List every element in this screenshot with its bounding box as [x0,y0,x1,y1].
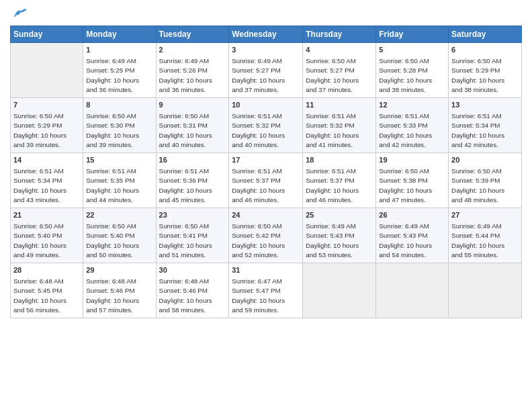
day-cell: 9Sunrise: 6:50 AMSunset: 5:31 PMDaylight… [156,97,229,152]
day-cell: 28Sunrise: 6:48 AMSunset: 5:45 PMDayligh… [11,263,83,318]
day-info: Sunrise: 6:48 AMSunset: 5:45 PMDaylight:… [13,277,66,314]
day-info: Sunrise: 6:51 AMSunset: 5:37 PMDaylight:… [232,167,285,204]
day-info: Sunrise: 6:49 AMSunset: 5:26 PMDaylight:… [159,57,212,94]
day-info: Sunrise: 6:47 AMSunset: 5:47 PMDaylight:… [232,277,285,314]
day-info: Sunrise: 6:50 AMSunset: 5:38 PMDaylight:… [379,167,432,204]
day-cell: 11Sunrise: 6:51 AMSunset: 5:32 PMDayligh… [303,97,376,152]
day-info: Sunrise: 6:51 AMSunset: 5:36 PMDaylight:… [159,167,212,204]
page-container: Sunday Monday Tuesday Wednesday Thursday… [0,0,532,322]
day-cell: 22Sunrise: 6:50 AMSunset: 5:40 PMDayligh… [83,208,156,263]
day-number: 19 [379,155,445,166]
day-info: Sunrise: 6:51 AMSunset: 5:34 PMDaylight:… [451,112,504,149]
day-cell: 27Sunrise: 6:49 AMSunset: 5:44 PMDayligh… [449,208,522,263]
day-number: 27 [451,210,519,221]
day-number: 25 [306,210,373,221]
day-number: 29 [86,265,152,276]
day-number: 23 [159,210,226,221]
day-number: 7 [13,100,80,111]
day-number: 28 [13,265,80,276]
day-cell: 10Sunrise: 6:51 AMSunset: 5:32 PMDayligh… [229,97,303,152]
day-number: 24 [232,210,300,221]
day-cell: 23Sunrise: 6:50 AMSunset: 5:41 PMDayligh… [156,208,229,263]
day-cell: 21Sunrise: 6:50 AMSunset: 5:40 PMDayligh… [11,208,83,263]
day-number: 8 [86,100,152,111]
day-cell: 17Sunrise: 6:51 AMSunset: 5:37 PMDayligh… [229,152,303,208]
day-number: 18 [306,155,373,166]
day-cell [303,263,376,318]
day-cell: 13Sunrise: 6:51 AMSunset: 5:34 PMDayligh… [449,97,522,152]
day-info: Sunrise: 6:49 AMSunset: 5:43 PMDaylight:… [379,222,432,259]
day-cell: 7Sunrise: 6:50 AMSunset: 5:29 PMDaylight… [11,97,83,152]
day-number: 13 [451,100,519,111]
day-info: Sunrise: 6:49 AMSunset: 5:25 PMDaylight:… [86,57,139,94]
col-wednesday: Wednesday [229,26,303,43]
day-info: Sunrise: 6:51 AMSunset: 5:34 PMDaylight:… [13,167,66,204]
day-cell: 3Sunrise: 6:49 AMSunset: 5:27 PMDaylight… [229,43,303,98]
day-number: 20 [451,155,519,166]
col-thursday: Thursday [303,26,376,43]
day-cell: 31Sunrise: 6:47 AMSunset: 5:47 PMDayligh… [229,263,303,318]
day-info: Sunrise: 6:51 AMSunset: 5:33 PMDaylight:… [379,112,432,149]
day-info: Sunrise: 6:51 AMSunset: 5:37 PMDaylight:… [306,167,359,204]
day-info: Sunrise: 6:49 AMSunset: 5:44 PMDaylight:… [451,222,504,259]
day-cell: 18Sunrise: 6:51 AMSunset: 5:37 PMDayligh… [303,152,376,208]
day-cell [376,263,449,318]
day-cell: 5Sunrise: 6:50 AMSunset: 5:28 PMDaylight… [376,43,449,98]
day-info: Sunrise: 6:49 AMSunset: 5:27 PMDaylight:… [232,57,285,94]
day-info: Sunrise: 6:50 AMSunset: 5:27 PMDaylight:… [306,57,359,94]
day-number: 11 [306,100,373,111]
day-cell: 24Sunrise: 6:50 AMSunset: 5:42 PMDayligh… [229,208,303,263]
logo-bird-icon [12,7,27,20]
week-row-3: 14Sunrise: 6:51 AMSunset: 5:34 PMDayligh… [11,152,522,208]
day-cell [449,263,522,318]
day-number: 17 [232,155,300,166]
day-cell: 1Sunrise: 6:49 AMSunset: 5:25 PMDaylight… [83,43,156,98]
day-cell: 19Sunrise: 6:50 AMSunset: 5:38 PMDayligh… [376,152,449,208]
day-info: Sunrise: 6:51 AMSunset: 5:35 PMDaylight:… [86,167,139,204]
day-info: Sunrise: 6:48 AMSunset: 5:46 PMDaylight:… [159,277,212,314]
header [10,7,522,20]
day-number: 21 [13,210,80,221]
col-sunday: Sunday [11,26,83,43]
logo [10,7,28,20]
day-number: 22 [86,210,152,221]
day-number: 15 [86,155,152,166]
col-tuesday: Tuesday [156,26,229,43]
header-row: Sunday Monday Tuesday Wednesday Thursday… [11,26,522,43]
day-number: 9 [159,100,226,111]
day-cell: 26Sunrise: 6:49 AMSunset: 5:43 PMDayligh… [376,208,449,263]
day-info: Sunrise: 6:50 AMSunset: 5:39 PMDaylight:… [451,167,504,204]
day-number: 14 [13,155,80,166]
day-cell: 6Sunrise: 6:50 AMSunset: 5:29 PMDaylight… [449,43,522,98]
day-cell: 2Sunrise: 6:49 AMSunset: 5:26 PMDaylight… [156,43,229,98]
week-row-2: 7Sunrise: 6:50 AMSunset: 5:29 PMDaylight… [11,97,522,152]
day-cell: 14Sunrise: 6:51 AMSunset: 5:34 PMDayligh… [11,152,83,208]
day-cell: 20Sunrise: 6:50 AMSunset: 5:39 PMDayligh… [449,152,522,208]
day-info: Sunrise: 6:50 AMSunset: 5:29 PMDaylight:… [13,112,66,149]
day-info: Sunrise: 6:49 AMSunset: 5:43 PMDaylight:… [306,222,359,259]
day-cell: 16Sunrise: 6:51 AMSunset: 5:36 PMDayligh… [156,152,229,208]
day-cell: 29Sunrise: 6:48 AMSunset: 5:46 PMDayligh… [83,263,156,318]
day-info: Sunrise: 6:50 AMSunset: 5:29 PMDaylight:… [451,57,504,94]
day-number: 16 [159,155,226,166]
day-cell: 25Sunrise: 6:49 AMSunset: 5:43 PMDayligh… [303,208,376,263]
day-cell: 4Sunrise: 6:50 AMSunset: 5:27 PMDaylight… [303,43,376,98]
day-number: 30 [159,265,226,276]
week-row-4: 21Sunrise: 6:50 AMSunset: 5:40 PMDayligh… [11,208,522,263]
day-cell: 12Sunrise: 6:51 AMSunset: 5:33 PMDayligh… [376,97,449,152]
day-cell: 30Sunrise: 6:48 AMSunset: 5:46 PMDayligh… [156,263,229,318]
day-number: 4 [306,45,373,56]
day-info: Sunrise: 6:50 AMSunset: 5:41 PMDaylight:… [159,222,212,259]
day-number: 26 [379,210,445,221]
day-info: Sunrise: 6:50 AMSunset: 5:40 PMDaylight:… [86,222,139,259]
day-info: Sunrise: 6:51 AMSunset: 5:32 PMDaylight:… [306,112,359,149]
day-cell: 15Sunrise: 6:51 AMSunset: 5:35 PMDayligh… [83,152,156,208]
day-info: Sunrise: 6:50 AMSunset: 5:28 PMDaylight:… [379,57,432,94]
day-number: 5 [379,45,445,56]
calendar-table: Sunday Monday Tuesday Wednesday Thursday… [10,26,522,318]
col-monday: Monday [83,26,156,43]
day-number: 10 [232,100,300,111]
day-info: Sunrise: 6:50 AMSunset: 5:40 PMDaylight:… [13,222,66,259]
day-info: Sunrise: 6:50 AMSunset: 5:30 PMDaylight:… [86,112,139,149]
day-info: Sunrise: 6:50 AMSunset: 5:31 PMDaylight:… [159,112,212,149]
